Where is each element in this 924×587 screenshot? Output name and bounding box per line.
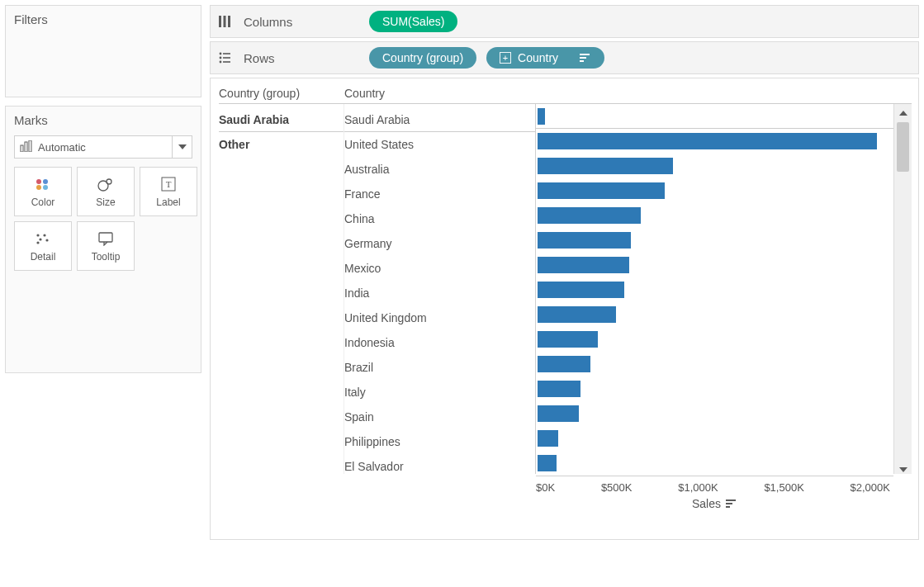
bar[interactable] — [538, 430, 558, 447]
country-label: Spain — [344, 405, 535, 429]
pill-country[interactable]: + Country — [486, 47, 604, 69]
scroll-up-icon[interactable] — [894, 104, 912, 122]
svg-rect-2 — [29, 140, 31, 152]
label-icon: T — [161, 175, 176, 193]
expand-icon[interactable]: + — [500, 52, 511, 64]
color-icon — [35, 175, 51, 193]
country-label: China — [344, 206, 535, 231]
bar-row[interactable] — [536, 154, 893, 178]
sort-desc-icon[interactable] — [580, 53, 591, 63]
mark-card-size[interactable]: Size — [77, 167, 135, 216]
mark-card-color[interactable]: Color — [14, 167, 72, 216]
mark-card-detail[interactable]: Detail — [14, 221, 72, 271]
country-label: El Salvador — [344, 454, 535, 474]
bar-row[interactable] — [536, 253, 893, 277]
columns-icon — [216, 15, 234, 28]
bar[interactable] — [538, 331, 598, 348]
tooltip-icon — [97, 230, 114, 248]
bar[interactable] — [538, 455, 557, 471]
svg-point-4 — [43, 179, 48, 184]
country-label: Brazil — [344, 355, 535, 380]
bar-row[interactable] — [536, 426, 893, 451]
rows-shelf[interactable]: Rows Country (group) + Country — [210, 41, 919, 74]
rows-label: Rows — [244, 51, 359, 65]
bar-row[interactable] — [536, 178, 893, 203]
axis-tick: $1,500K — [764, 481, 803, 494]
svg-point-6 — [43, 185, 48, 190]
mark-card-label: Color — [31, 196, 55, 208]
mark-card-label: Size — [96, 196, 115, 208]
country-label: United Kingdom — [344, 305, 535, 330]
svg-rect-0 — [21, 145, 23, 152]
scrollbar-track[interactable] — [894, 122, 912, 461]
x-axis-title[interactable]: Sales — [536, 494, 893, 510]
bar[interactable] — [538, 381, 580, 397]
svg-point-8 — [107, 179, 111, 184]
svg-rect-30 — [726, 503, 732, 504]
bar-icon — [20, 140, 33, 154]
country-label: Germany — [344, 231, 535, 256]
bar-row[interactable] — [536, 352, 893, 376]
bar-row[interactable] — [536, 401, 893, 426]
rows-icon — [216, 51, 234, 64]
scrollbar-thumb[interactable] — [897, 122, 909, 172]
country-label: United States — [344, 132, 535, 157]
svg-rect-29 — [726, 499, 736, 501]
bar[interactable] — [538, 108, 545, 125]
axis-tick: $1,000K — [678, 481, 718, 494]
mark-card-tooltip[interactable]: Tooltip — [77, 221, 135, 271]
group-label: Saudi Arabia — [219, 107, 344, 132]
country-label: Philippines — [344, 429, 535, 454]
bar[interactable] — [538, 207, 641, 224]
sort-desc-icon — [726, 499, 737, 509]
bar-row[interactable] — [536, 327, 893, 352]
bar-row[interactable] — [536, 277, 893, 302]
pill-label: Country (group) — [382, 51, 463, 64]
country-label: Mexico — [344, 256, 535, 281]
bar-row[interactable] — [536, 203, 893, 228]
marks-type-dropdown[interactable]: Automatic — [14, 135, 192, 159]
vertical-scrollbar[interactable] — [893, 104, 912, 474]
pill-label: Country — [518, 51, 558, 64]
svg-point-5 — [36, 185, 41, 190]
bar[interactable] — [538, 133, 877, 149]
svg-rect-27 — [580, 57, 586, 59]
scroll-down-icon[interactable] — [894, 461, 912, 474]
bar[interactable] — [538, 158, 673, 174]
svg-point-24 — [220, 61, 222, 64]
axis-tick: $500K — [601, 481, 633, 494]
filters-panel: Filters — [5, 5, 201, 97]
header-country: Country — [344, 87, 536, 100]
svg-point-14 — [45, 239, 48, 241]
svg-point-15 — [36, 241, 39, 244]
bars-column — [536, 104, 893, 474]
bar[interactable] — [538, 257, 629, 273]
dropdown-arrow-icon[interactable] — [172, 136, 192, 158]
svg-rect-26 — [580, 54, 590, 55]
mark-card-label[interactable]: T Label — [140, 167, 197, 216]
marks-title: Marks — [14, 113, 192, 127]
svg-rect-17 — [219, 16, 221, 27]
bar-row[interactable] — [536, 228, 893, 253]
bar[interactable] — [538, 356, 590, 372]
axis-tick: $0K — [536, 481, 555, 494]
country-label: Indonesia — [344, 330, 535, 355]
bar-row[interactable] — [536, 302, 893, 327]
bar-row[interactable] — [536, 376, 893, 401]
visualization-panel: Country (group) Country Saudi ArabiaOthe… — [210, 78, 919, 540]
pill-country-group[interactable]: Country (group) — [369, 47, 476, 69]
bar[interactable] — [538, 232, 631, 249]
mark-card-label: Label — [156, 196, 180, 208]
bar-row[interactable] — [536, 451, 893, 474]
filters-title: Filters — [14, 12, 192, 26]
svg-point-11 — [36, 234, 39, 236]
bar-row[interactable] — [536, 104, 893, 129]
bar[interactable] — [538, 282, 624, 298]
columns-shelf[interactable]: Columns SUM(Sales) — [210, 5, 919, 38]
bar[interactable] — [538, 405, 579, 422]
bar-row[interactable] — [536, 129, 893, 154]
bar[interactable] — [538, 182, 665, 199]
bar[interactable] — [538, 306, 616, 323]
pill-sum-sales[interactable]: SUM(Sales) — [369, 11, 457, 32]
mark-card-label: Detail — [31, 251, 56, 263]
